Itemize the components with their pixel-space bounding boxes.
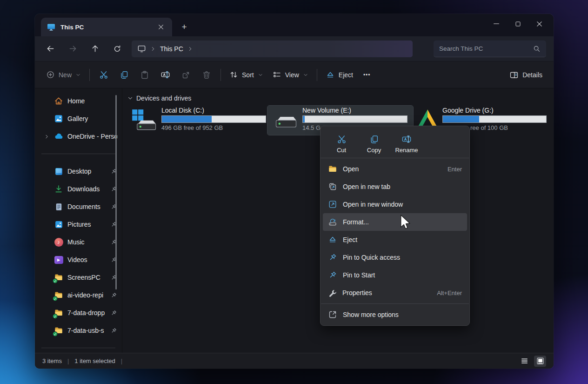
refresh-button[interactable]: [109, 41, 125, 57]
sidebar-item-label: 7-data-dropp: [67, 309, 109, 317]
sidebar-item-7-data-usb-s[interactable]: ✓ 7-data-usb-s: [35, 322, 122, 339]
sidebar-item-label: Videos: [67, 256, 109, 263]
minimize-button[interactable]: [486, 16, 507, 32]
search-input[interactable]: Search This PC: [434, 40, 546, 57]
menu-shortcut: Alt+Enter: [437, 290, 462, 296]
quick-action-cut[interactable]: Cut: [325, 131, 358, 157]
chevron-down-icon: [303, 72, 308, 78]
back-button[interactable]: [42, 41, 58, 57]
drive-free-space: 496 GB free of 952 GB: [161, 124, 267, 132]
this-pc-monitor-icon: [47, 22, 56, 32]
sort-label: Sort: [242, 71, 254, 79]
status-separator: |: [121, 357, 122, 364]
chevron-down-icon: [258, 72, 263, 78]
show-more-options-icon: [328, 310, 337, 319]
sidebar-item-documents[interactable]: Documents: [35, 198, 122, 216]
eject-label: Eject: [339, 71, 353, 79]
search-icon[interactable]: [533, 45, 541, 53]
sidebar-item-downloads[interactable]: Downloads: [35, 180, 122, 198]
sidebar-item-label: Home: [67, 97, 112, 105]
breadcrumb-item-this-pc[interactable]: This PC: [160, 45, 183, 53]
menu-item-show-more-options[interactable]: Show more options: [323, 306, 467, 323]
breadcrumb[interactable]: This PC: [132, 40, 413, 57]
forward-button[interactable]: [65, 41, 80, 57]
tab-strip: This PC +: [35, 14, 554, 36]
eject-button[interactable]: Eject: [321, 66, 358, 84]
menu-item-open-in-new-tab[interactable]: Open in new tab: [323, 178, 467, 195]
sidebar-item-ai-video-repi[interactable]: ✓ ai-video-repi: [35, 286, 122, 304]
sidebar-divider: [41, 348, 115, 348]
section-header-devices-and-drives[interactable]: Devices and drives: [127, 94, 191, 102]
sidebar-item-label: Desktop: [67, 168, 109, 175]
documents-icon: [54, 202, 63, 211]
expand-chevron-icon[interactable]: [41, 134, 52, 140]
close-button[interactable]: [528, 16, 550, 32]
sidebar-item-7-data-dropp[interactable]: ✓ 7-data-dropp: [35, 304, 122, 322]
menu-item-pin-to-start[interactable]: Pin to Start: [323, 266, 467, 284]
folder-sync-icon: ✓: [54, 273, 63, 282]
new-tab-button[interactable]: +: [177, 20, 191, 34]
collapse-chevron-icon[interactable]: [127, 95, 134, 101]
quick-action-copy[interactable]: Copy: [358, 131, 390, 157]
menu-item-label: Pin to Quick access: [343, 254, 400, 261]
new-label: New: [59, 71, 72, 79]
large-icons-view-button[interactable]: [534, 356, 546, 367]
chevron-right-icon[interactable]: [187, 46, 194, 52]
drive-tile-local-disk-c[interactable]: Local Disk (C:) 496 GB free of 952 GB: [132, 106, 267, 135]
drive-name: Local Disk (C:): [161, 107, 267, 114]
more-options-button[interactable]: •••: [358, 66, 376, 84]
new-button[interactable]: New: [41, 66, 86, 84]
status-bar: 3 items | 1 item selected |: [35, 353, 554, 369]
maximize-icon: [514, 20, 521, 27]
sidebar-item-pictures[interactable]: Pictures: [35, 216, 122, 233]
capacity-bar-fill: [303, 116, 305, 122]
sidebar-scrollbar[interactable]: [115, 95, 117, 290]
details-view-button[interactable]: [518, 356, 530, 367]
share-button[interactable]: [176, 66, 196, 84]
menu-item-label: Eject: [343, 236, 357, 243]
menu-item-open-in-new-window[interactable]: Open in new window: [323, 195, 467, 213]
local-disk-icon: [132, 109, 157, 131]
paste-button[interactable]: [134, 66, 155, 84]
view-toggles: [518, 356, 546, 367]
this-pc-icon[interactable]: [137, 44, 146, 53]
delete-icon: [202, 70, 211, 80]
tab-close-button[interactable]: [155, 21, 167, 33]
paste-icon: [140, 70, 149, 80]
sidebar-item-desktop[interactable]: Desktop: [35, 162, 122, 180]
explorer-body: Home Gallery OneDrive - Perso Desktop: [35, 88, 554, 353]
sidebar-item-screenspc[interactable]: ✓ ScreensPC: [35, 269, 122, 286]
menu-item-format[interactable]: Format...: [323, 213, 467, 231]
view-label: View: [285, 71, 299, 79]
sort-button[interactable]: Sort: [225, 66, 268, 84]
menu-item-pin-to-quick-access[interactable]: Pin to Quick access: [323, 249, 467, 266]
chevron-right-icon[interactable]: [150, 46, 156, 52]
tab-this-pc[interactable]: This PC: [41, 18, 172, 36]
menu-shortcut: Enter: [448, 166, 462, 173]
sidebar-item-gallery[interactable]: Gallery: [35, 110, 122, 128]
music-icon: ♪: [54, 237, 63, 247]
selection-count-label: 1 item selected: [74, 357, 115, 364]
drive-name: New Volume (E:): [302, 107, 408, 114]
maximize-button[interactable]: [507, 16, 528, 32]
copy-button[interactable]: [114, 66, 134, 84]
menu-item-eject[interactable]: Eject: [323, 231, 467, 249]
view-button[interactable]: View: [268, 66, 313, 84]
menu-item-label: Pin to Start: [343, 271, 375, 279]
up-icon: [91, 44, 100, 53]
quick-action-label: Copy: [367, 147, 381, 154]
details-pane-button[interactable]: Details: [505, 66, 547, 84]
cut-button[interactable]: [94, 66, 114, 84]
up-button[interactable]: [87, 41, 103, 57]
status-separator: |: [67, 357, 69, 364]
sidebar-item-onedrive[interactable]: OneDrive - Perso: [35, 128, 122, 145]
sidebar-item-videos[interactable]: ▶ Videos: [35, 251, 122, 269]
sidebar-item-music[interactable]: ♪ Music: [35, 233, 122, 251]
rename-button[interactable]: [155, 66, 176, 84]
sidebar-item-home[interactable]: Home: [35, 92, 122, 110]
menu-item-properties[interactable]: Properties Alt+Enter: [323, 284, 467, 302]
quick-action-rename[interactable]: Rename: [390, 131, 423, 157]
delete-button[interactable]: [196, 66, 217, 84]
address-bar-row: This PC Search This PC: [35, 36, 554, 61]
menu-item-open[interactable]: Open Enter: [323, 160, 467, 178]
